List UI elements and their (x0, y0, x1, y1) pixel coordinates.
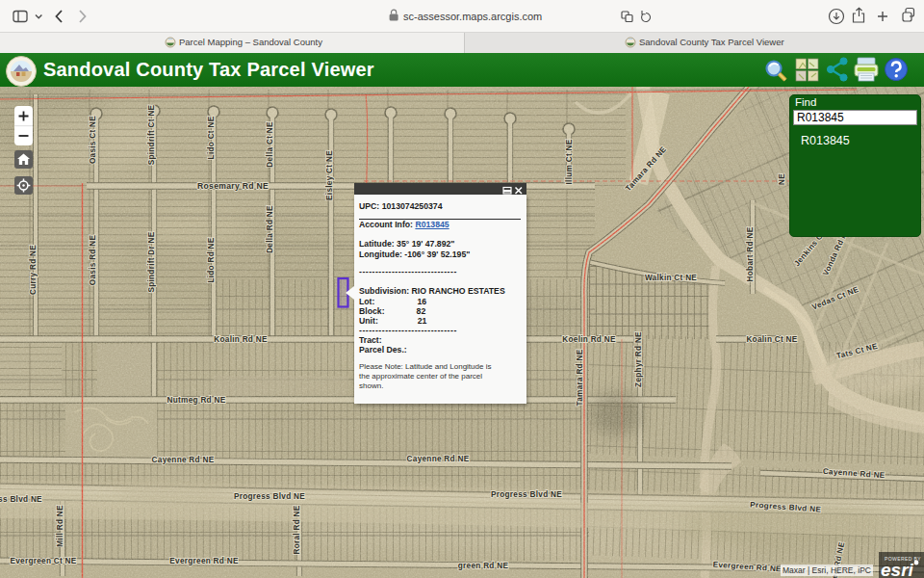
svg-text:Spindrift Ct NE: Spindrift Ct NE (147, 104, 156, 165)
svg-text:Lido Rd NE: Lido Rd NE (207, 237, 216, 282)
svg-text:NE: NE (778, 173, 786, 185)
svg-text:Koalin Rd NE: Koalin Rd NE (214, 335, 268, 344)
svg-text:Koelin Rd NE: Koelin Rd NE (562, 335, 616, 344)
svg-text:Evergreen Rd NE: Evergreen Rd NE (169, 557, 239, 565)
svg-text:Curry Rd NE: Curry Rd NE (29, 245, 38, 295)
svg-text:Walkin Ct NE: Walkin Ct NE (645, 274, 697, 282)
svg-text:Oasis Ct NE: Oasis Ct NE (89, 116, 97, 164)
svg-text:ss Blvd NE: ss Blvd NE (0, 495, 42, 504)
svg-text:Progress Blvd NE: Progress Blvd NE (234, 492, 305, 501)
svg-text:Spindrift Dr NE: Spindrift Dr NE (147, 231, 156, 292)
svg-text:Evergreen Ct NE: Evergreen Ct NE (10, 557, 76, 565)
svg-text:Lido Ct NE: Lido Ct NE (207, 116, 216, 159)
svg-text:Eisley Ct NE: Eisley Ct NE (325, 150, 334, 200)
svg-text:Roral Rd NE: Roral Rd NE (293, 505, 301, 554)
svg-text:Nutmeg Rd NE: Nutmeg Rd NE (167, 396, 226, 405)
svg-text:Hobart Rd NE: Hobart Rd NE (746, 226, 755, 281)
svg-text:sc-assessor.maps.arcgis.com: sc-assessor.maps.arcgis.com (403, 11, 542, 22)
svg-text:Cayenne Rd NE: Cayenne Rd NE (407, 455, 470, 463)
svg-text:Illum Ct NE: Illum Ct NE (565, 139, 574, 184)
svg-text:green Rd NE: green Rd NE (458, 562, 509, 570)
svg-text:Tamara Rd NE: Tamara Rd NE (576, 349, 584, 406)
svg-text:Zephyr Rd NE: Zephyr Rd NE (634, 331, 643, 387)
svg-text:Oasis Rd NE: Oasis Rd NE (89, 235, 97, 286)
svg-text:esri: esri (881, 560, 914, 578)
svg-text:Della Ct NE: Della Ct NE (266, 121, 274, 168)
svg-text:Mill Rd NE: Mill Rd NE (56, 505, 64, 547)
svg-text:Della Rd NE: Della Rd NE (266, 205, 274, 253)
svg-text:Rosemary Rd NE: Rosemary Rd NE (197, 181, 269, 191)
svg-text:Koalin Ct NE: Koalin Ct NE (746, 335, 797, 344)
svg-text:Cayenne Rd NE: Cayenne Rd NE (152, 456, 215, 464)
svg-text:Progress Blvd NE: Progress Blvd NE (491, 490, 562, 499)
